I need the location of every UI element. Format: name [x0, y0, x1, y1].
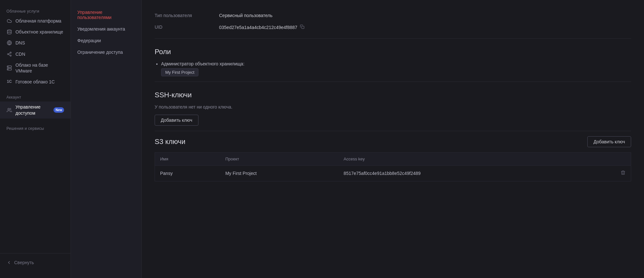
subnav-item-federation[interactable]: Федерации [71, 35, 141, 46]
database-icon [6, 29, 12, 35]
roles-header: Роли [155, 48, 631, 56]
box-icon: 1С [6, 79, 12, 85]
s3-col-name: Имя [155, 153, 220, 166]
sidebar-item-vmware-cloud[interactable]: Облако на базе VMware [0, 60, 71, 76]
sidebar-item-cdn-label: CDN [15, 51, 25, 57]
s3-row-actions [587, 166, 631, 181]
globe-icon [6, 40, 12, 46]
svg-point-0 [7, 30, 11, 31]
role-name: Администратор объектного хранилища: [161, 61, 245, 66]
sidebar-item-access-management[interactable]: Управление доступом New [0, 101, 71, 118]
s3-col-actions [587, 153, 631, 166]
main-content: Тип пользователя Сервисный пользователь … [142, 0, 644, 278]
sidebar-item-vmware-cloud-label: Облако на базе VMware [15, 62, 64, 74]
sidebar-item-cdn[interactable]: CDN [0, 49, 71, 60]
user-type-label: Тип пользователя [155, 13, 213, 18]
user-type-value: Сервисный пользователь [219, 13, 273, 18]
collapse-label: Свернуть [14, 260, 34, 265]
uid-label: UID [155, 24, 213, 30]
sidebar-item-1c-cloud[interactable]: 1С Готовое облако 1С [0, 76, 71, 87]
subnav: Управление пользователями Уведомления ак… [71, 0, 142, 278]
s3-col-project: Проект [220, 153, 338, 166]
s3-header: S3 ключи [155, 138, 186, 146]
sidebar-item-object-storage[interactable]: Объектное хранилище [0, 26, 71, 37]
cloud-services-label: Облачные услуги [0, 6, 71, 15]
roles-list: Администратор объектного хранилища: My F… [155, 61, 631, 76]
solutions-label: Решения и сервисы [0, 124, 71, 133]
s3-add-key-button[interactable]: Добавить ключ [587, 136, 631, 147]
sidebar-item-cloud-platform[interactable]: Облачная платформа [0, 15, 71, 26]
subnav-item-user-management[interactable]: Управление пользователями [71, 6, 141, 23]
subnav-item-access-restriction[interactable]: Ограничение доступа [71, 46, 141, 58]
uid-row: UID 035ed27e5a1a4a4cb4c212c49e4f8887 [155, 21, 631, 33]
uid-text: 035ed27e5a1a4a4cb4c212c49e4f8887 [219, 25, 297, 30]
s3-row-name: Pansy [155, 166, 220, 181]
ssh-add-key-button[interactable]: Добавить ключ [155, 115, 198, 126]
s3-delete-icon[interactable] [620, 170, 626, 177]
divider-roles [155, 38, 631, 39]
user-group-icon [6, 107, 12, 113]
s3-row-access-key: 8517e75af0cc4e91a1bb8e52c49f2489 [339, 166, 587, 181]
svg-point-2 [10, 52, 11, 53]
sidebar: Облачные услуги Облачная платформа Объек… [0, 0, 71, 278]
account-label: Аккаунт [0, 92, 71, 101]
ssh-no-keys-text: У пользователя нет ни одного ключа. [155, 104, 631, 110]
sidebar-bottom: Свернуть [0, 253, 71, 272]
svg-point-3 [7, 53, 9, 55]
copy-uid-icon[interactable] [300, 24, 304, 30]
sidebar-item-dns[interactable]: DNS [0, 37, 71, 48]
sidebar-item-object-storage-label: Объектное хранилище [15, 29, 63, 35]
svg-point-8 [8, 69, 8, 69]
sidebar-collapse-btn[interactable]: Свернуть [0, 257, 71, 268]
svg-point-4 [10, 55, 11, 56]
new-badge: New [53, 107, 64, 113]
ssh-header: SSH-ключи [155, 91, 631, 99]
cloud-icon [6, 18, 12, 24]
table-row: Pansy My First Project 8517e75af0cc4e91a… [155, 166, 631, 181]
role-item: Администратор объектного хранилища: My F… [161, 61, 631, 76]
server-icon [6, 65, 12, 71]
divider-s3 [155, 131, 631, 131]
uid-value: 035ed27e5a1a4a4cb4c212c49e4f8887 [219, 24, 304, 30]
s3-keys-table: Имя Проект Access key Pansy My First Pro… [155, 152, 631, 181]
sidebar-item-1c-cloud-label: Готовое облако 1С [15, 79, 55, 85]
chevron-left-icon [6, 260, 12, 265]
svg-rect-10 [302, 26, 304, 29]
s3-header-row: S3 ключи Добавить ключ [155, 136, 631, 147]
s3-table-header-row: Имя Проект Access key [155, 153, 631, 166]
sidebar-item-dns-label: DNS [15, 40, 25, 46]
share-icon [6, 51, 12, 57]
sidebar-item-cloud-platform-label: Облачная платформа [15, 18, 61, 24]
s3-col-access-key: Access key [339, 153, 587, 166]
user-type-row: Тип пользователя Сервисный пользователь [155, 10, 631, 21]
svg-point-7 [8, 66, 8, 67]
role-project-badge[interactable]: My First Project [161, 68, 198, 76]
sidebar-item-access-management-label: Управление доступом [15, 104, 49, 116]
svg-point-9 [8, 108, 9, 110]
subnav-item-account-notifications[interactable]: Уведомления аккаунта [71, 23, 141, 35]
s3-row-project: My First Project [220, 166, 338, 181]
divider-ssh [155, 81, 631, 82]
